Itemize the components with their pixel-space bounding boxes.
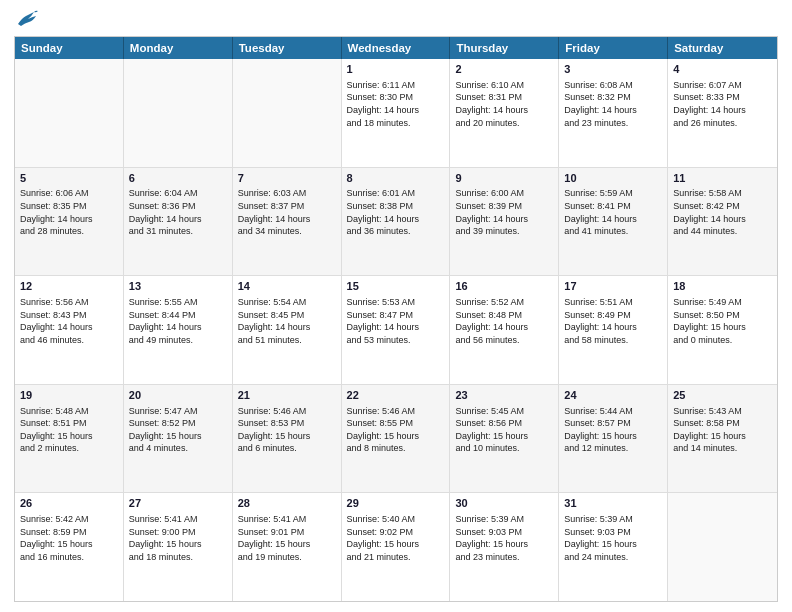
cell-daylight-info: Sunrise: 5:43 AM Sunset: 8:58 PM Dayligh…: [673, 405, 772, 455]
cell-daylight-info: Sunrise: 5:52 AM Sunset: 8:48 PM Dayligh…: [455, 296, 553, 346]
cell-daylight-info: Sunrise: 6:04 AM Sunset: 8:36 PM Dayligh…: [129, 187, 227, 237]
cell-daylight-info: Sunrise: 5:41 AM Sunset: 9:00 PM Dayligh…: [129, 513, 227, 563]
weekday-header: Tuesday: [233, 37, 342, 59]
cell-daylight-info: Sunrise: 6:08 AM Sunset: 8:32 PM Dayligh…: [564, 79, 662, 129]
cell-date-number: 4: [673, 62, 772, 77]
weekday-header: Thursday: [450, 37, 559, 59]
cell-daylight-info: Sunrise: 5:44 AM Sunset: 8:57 PM Dayligh…: [564, 405, 662, 455]
cell-daylight-info: Sunrise: 5:55 AM Sunset: 8:44 PM Dayligh…: [129, 296, 227, 346]
calendar-row: 5Sunrise: 6:06 AM Sunset: 8:35 PM Daylig…: [15, 167, 777, 276]
cell-date-number: 30: [455, 496, 553, 511]
cell-date-number: 16: [455, 279, 553, 294]
cell-date-number: 26: [20, 496, 118, 511]
calendar-cell: 29Sunrise: 5:40 AM Sunset: 9:02 PM Dayli…: [342, 493, 451, 601]
calendar-cell: 6Sunrise: 6:04 AM Sunset: 8:36 PM Daylig…: [124, 168, 233, 276]
calendar-cell: 20Sunrise: 5:47 AM Sunset: 8:52 PM Dayli…: [124, 385, 233, 493]
cell-date-number: 19: [20, 388, 118, 403]
calendar-header: SundayMondayTuesdayWednesdayThursdayFrid…: [15, 37, 777, 59]
calendar-cell: 27Sunrise: 5:41 AM Sunset: 9:00 PM Dayli…: [124, 493, 233, 601]
cell-daylight-info: Sunrise: 5:39 AM Sunset: 9:03 PM Dayligh…: [455, 513, 553, 563]
calendar-cell: 18Sunrise: 5:49 AM Sunset: 8:50 PM Dayli…: [668, 276, 777, 384]
cell-daylight-info: Sunrise: 6:07 AM Sunset: 8:33 PM Dayligh…: [673, 79, 772, 129]
cell-date-number: 5: [20, 171, 118, 186]
weekday-header: Friday: [559, 37, 668, 59]
cell-date-number: 11: [673, 171, 772, 186]
calendar-cell: 2Sunrise: 6:10 AM Sunset: 8:31 PM Daylig…: [450, 59, 559, 167]
calendar-cell: 3Sunrise: 6:08 AM Sunset: 8:32 PM Daylig…: [559, 59, 668, 167]
cell-daylight-info: Sunrise: 5:40 AM Sunset: 9:02 PM Dayligh…: [347, 513, 445, 563]
calendar-cell: [15, 59, 124, 167]
calendar-cell: 31Sunrise: 5:39 AM Sunset: 9:03 PM Dayli…: [559, 493, 668, 601]
cell-daylight-info: Sunrise: 5:58 AM Sunset: 8:42 PM Dayligh…: [673, 187, 772, 237]
cell-daylight-info: Sunrise: 5:41 AM Sunset: 9:01 PM Dayligh…: [238, 513, 336, 563]
weekday-header: Wednesday: [342, 37, 451, 59]
calendar-body: 1Sunrise: 6:11 AM Sunset: 8:30 PM Daylig…: [15, 59, 777, 601]
cell-date-number: 27: [129, 496, 227, 511]
cell-daylight-info: Sunrise: 5:56 AM Sunset: 8:43 PM Dayligh…: [20, 296, 118, 346]
cell-date-number: 12: [20, 279, 118, 294]
cell-daylight-info: Sunrise: 6:03 AM Sunset: 8:37 PM Dayligh…: [238, 187, 336, 237]
logo: [14, 10, 38, 28]
calendar-cell: 14Sunrise: 5:54 AM Sunset: 8:45 PM Dayli…: [233, 276, 342, 384]
cell-daylight-info: Sunrise: 6:01 AM Sunset: 8:38 PM Dayligh…: [347, 187, 445, 237]
calendar-cell: 5Sunrise: 6:06 AM Sunset: 8:35 PM Daylig…: [15, 168, 124, 276]
weekday-header: Sunday: [15, 37, 124, 59]
cell-daylight-info: Sunrise: 6:06 AM Sunset: 8:35 PM Dayligh…: [20, 187, 118, 237]
calendar-cell: [668, 493, 777, 601]
calendar-cell: 21Sunrise: 5:46 AM Sunset: 8:53 PM Dayli…: [233, 385, 342, 493]
cell-date-number: 25: [673, 388, 772, 403]
cell-daylight-info: Sunrise: 5:48 AM Sunset: 8:51 PM Dayligh…: [20, 405, 118, 455]
weekday-header: Monday: [124, 37, 233, 59]
calendar-cell: 16Sunrise: 5:52 AM Sunset: 8:48 PM Dayli…: [450, 276, 559, 384]
calendar-cell: 12Sunrise: 5:56 AM Sunset: 8:43 PM Dayli…: [15, 276, 124, 384]
cell-daylight-info: Sunrise: 5:45 AM Sunset: 8:56 PM Dayligh…: [455, 405, 553, 455]
cell-date-number: 8: [347, 171, 445, 186]
cell-date-number: 7: [238, 171, 336, 186]
cell-date-number: 13: [129, 279, 227, 294]
cell-date-number: 17: [564, 279, 662, 294]
calendar-cell: 11Sunrise: 5:58 AM Sunset: 8:42 PM Dayli…: [668, 168, 777, 276]
calendar-row: 1Sunrise: 6:11 AM Sunset: 8:30 PM Daylig…: [15, 59, 777, 167]
header: [14, 10, 778, 28]
cell-date-number: 31: [564, 496, 662, 511]
calendar-cell: 10Sunrise: 5:59 AM Sunset: 8:41 PM Dayli…: [559, 168, 668, 276]
cell-daylight-info: Sunrise: 5:42 AM Sunset: 8:59 PM Dayligh…: [20, 513, 118, 563]
cell-daylight-info: Sunrise: 6:10 AM Sunset: 8:31 PM Dayligh…: [455, 79, 553, 129]
cell-date-number: 9: [455, 171, 553, 186]
calendar-cell: 17Sunrise: 5:51 AM Sunset: 8:49 PM Dayli…: [559, 276, 668, 384]
calendar-cell: 26Sunrise: 5:42 AM Sunset: 8:59 PM Dayli…: [15, 493, 124, 601]
cell-date-number: 18: [673, 279, 772, 294]
calendar: SundayMondayTuesdayWednesdayThursdayFrid…: [14, 36, 778, 602]
cell-daylight-info: Sunrise: 5:54 AM Sunset: 8:45 PM Dayligh…: [238, 296, 336, 346]
calendar-cell: 8Sunrise: 6:01 AM Sunset: 8:38 PM Daylig…: [342, 168, 451, 276]
cell-daylight-info: Sunrise: 6:11 AM Sunset: 8:30 PM Dayligh…: [347, 79, 445, 129]
cell-date-number: 14: [238, 279, 336, 294]
calendar-cell: 13Sunrise: 5:55 AM Sunset: 8:44 PM Dayli…: [124, 276, 233, 384]
cell-daylight-info: Sunrise: 5:46 AM Sunset: 8:55 PM Dayligh…: [347, 405, 445, 455]
calendar-cell: 24Sunrise: 5:44 AM Sunset: 8:57 PM Dayli…: [559, 385, 668, 493]
cell-date-number: 1: [347, 62, 445, 77]
calendar-row: 19Sunrise: 5:48 AM Sunset: 8:51 PM Dayli…: [15, 384, 777, 493]
cell-daylight-info: Sunrise: 5:53 AM Sunset: 8:47 PM Dayligh…: [347, 296, 445, 346]
cell-date-number: 29: [347, 496, 445, 511]
calendar-cell: 1Sunrise: 6:11 AM Sunset: 8:30 PM Daylig…: [342, 59, 451, 167]
cell-daylight-info: Sunrise: 5:39 AM Sunset: 9:03 PM Dayligh…: [564, 513, 662, 563]
logo-bird-icon: [16, 10, 38, 28]
calendar-cell: 25Sunrise: 5:43 AM Sunset: 8:58 PM Dayli…: [668, 385, 777, 493]
cell-daylight-info: Sunrise: 5:51 AM Sunset: 8:49 PM Dayligh…: [564, 296, 662, 346]
cell-date-number: 6: [129, 171, 227, 186]
weekday-header: Saturday: [668, 37, 777, 59]
cell-date-number: 2: [455, 62, 553, 77]
calendar-row: 26Sunrise: 5:42 AM Sunset: 8:59 PM Dayli…: [15, 492, 777, 601]
calendar-cell: 28Sunrise: 5:41 AM Sunset: 9:01 PM Dayli…: [233, 493, 342, 601]
calendar-cell: [233, 59, 342, 167]
cell-date-number: 3: [564, 62, 662, 77]
cell-date-number: 15: [347, 279, 445, 294]
cell-date-number: 10: [564, 171, 662, 186]
calendar-cell: 4Sunrise: 6:07 AM Sunset: 8:33 PM Daylig…: [668, 59, 777, 167]
calendar-cell: 19Sunrise: 5:48 AM Sunset: 8:51 PM Dayli…: [15, 385, 124, 493]
calendar-cell: 9Sunrise: 6:00 AM Sunset: 8:39 PM Daylig…: [450, 168, 559, 276]
cell-daylight-info: Sunrise: 5:59 AM Sunset: 8:41 PM Dayligh…: [564, 187, 662, 237]
cell-daylight-info: Sunrise: 5:47 AM Sunset: 8:52 PM Dayligh…: [129, 405, 227, 455]
cell-daylight-info: Sunrise: 5:49 AM Sunset: 8:50 PM Dayligh…: [673, 296, 772, 346]
